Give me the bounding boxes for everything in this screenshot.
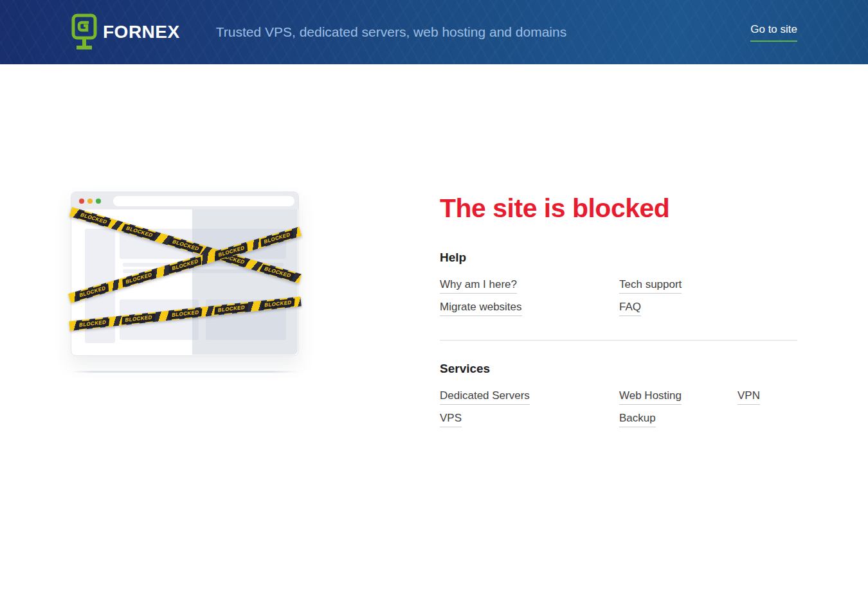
- browser-top-bar: [71, 192, 298, 209]
- services-links: Dedicated Servers Web Hosting VPN VPS Ba…: [440, 390, 797, 427]
- help-link-why-am-i-here[interactable]: Why am I here?: [440, 279, 517, 294]
- help-links: Why am I here? Tech support Migrate webs…: [440, 279, 797, 316]
- section-divider: [440, 340, 797, 341]
- go-to-site-link[interactable]: Go to site: [750, 23, 797, 42]
- browser-url-bar: [113, 196, 294, 206]
- header-tagline: Trusted VPS, dedicated servers, web host…: [216, 24, 567, 40]
- service-link-vps[interactable]: VPS: [440, 413, 462, 427]
- brand-logo[interactable]: FORNEX: [71, 13, 180, 51]
- fornex-monitor-maze-icon: [71, 13, 98, 51]
- window-control-green-icon: [96, 199, 101, 204]
- help-section-heading: Help: [440, 251, 797, 263]
- help-link-faq[interactable]: FAQ: [619, 301, 641, 316]
- service-link-backup[interactable]: Backup: [619, 413, 656, 427]
- page-title: The site is blocked: [440, 194, 669, 223]
- help-link-tech-support[interactable]: Tech support: [619, 279, 682, 294]
- illustration-ground-shadow: [71, 371, 299, 373]
- help-link-migrate-websites[interactable]: Migrate websites: [440, 301, 522, 316]
- blocked-browser-illustration: BLOCKED BLOCKED BLOCKED BLOCKED BLOCKED …: [71, 191, 299, 356]
- top-header: FORNEX Trusted VPS, dedicated servers, w…: [0, 0, 868, 64]
- brand-name: FORNEX: [103, 22, 180, 42]
- service-link-web-hosting[interactable]: Web Hosting: [619, 390, 682, 405]
- services-section-heading: Services: [440, 362, 797, 375]
- service-link-dedicated-servers[interactable]: Dedicated Servers: [440, 390, 530, 405]
- info-column: Help Why am I here? Tech support Migrate…: [440, 251, 797, 427]
- window-control-yellow-icon: [87, 199, 93, 204]
- window-control-red-icon: [79, 199, 84, 204]
- service-link-vpn[interactable]: VPN: [737, 390, 760, 405]
